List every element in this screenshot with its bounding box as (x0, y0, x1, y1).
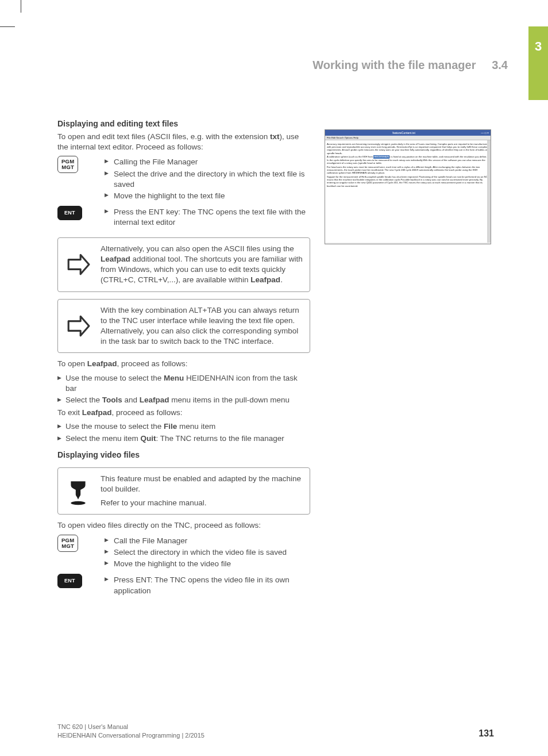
header-title: Working with the file manager (312, 59, 476, 71)
intro-text: To open and edit text files (ASCII files… (57, 132, 310, 152)
step-row-pgmmgt-video: PGMMGT Call the File Manager Select the … (57, 535, 310, 572)
svg-point-0 (71, 501, 85, 505)
note-box-alt-tab: With the key combination ALT+TAB you can… (57, 299, 310, 354)
note-text: This feature must be enabled and adapted… (101, 474, 303, 494)
note-text: Refer to your machine manual. (101, 498, 303, 508)
step-row-ent-video: ENT Press ENT: The TNC opens the video f… (57, 574, 310, 598)
note-text: With the key combination ALT+TAB you can… (101, 305, 303, 347)
chapter-tab: 3 (528, 26, 548, 100)
step: Select the directory in which the video … (105, 547, 310, 558)
ent-key: ENT (57, 574, 82, 588)
machine-tool-icon (66, 479, 90, 503)
footer-line-2: HEIDENHAIN Conversational Programming | … (57, 731, 204, 740)
step: Calling the File Manager (105, 157, 310, 167)
note-arrow-icon (66, 252, 90, 277)
note-arrow-icon (66, 314, 90, 338)
step-row-ent: ENT Press the ENT key: The TNC opens the… (57, 206, 310, 230)
crop-marks (0, 0, 28, 36)
note-box-leafpad-open: Alternatively, you can also open the ASC… (57, 237, 310, 292)
heading-displaying-video: Displaying video files (57, 450, 310, 460)
step: Select the drive and the directory in wh… (105, 169, 310, 190)
note-box-machine-builder: This feature must be enabled and adapted… (57, 467, 310, 515)
page-number: 131 (478, 727, 494, 740)
step: Use the mouse to select the Menu HEIDENH… (57, 373, 310, 394)
page-footer: TNC 620 | User's Manual HEIDENHAIN Conve… (57, 723, 494, 740)
step: Move the highlight to the text file (105, 191, 310, 201)
pgm-mgt-key: PGMMGT (57, 535, 78, 552)
header-section-number: 3.4 (492, 59, 508, 71)
step: Move the highlight to the video file (105, 559, 310, 569)
step: Use the mouse to select the File menu it… (57, 421, 310, 432)
step: Press the ENT key: The TNC opens the tex… (105, 207, 310, 228)
step: Select the menu item Quit: The TNC retur… (57, 433, 310, 444)
exit-leafpad-intro: To exit Leafpad, proceed as follows: (57, 408, 310, 418)
note-text: Alternatively, you can also open the ASC… (101, 244, 303, 286)
step: Select the Tools and Leafpad menu items … (57, 395, 310, 405)
pgm-mgt-key: PGMMGT (57, 156, 78, 173)
heading-displaying-text: Displaying and editing text files (57, 118, 310, 129)
open-leafpad-intro: To open Leafpad, proceed as follows: (57, 359, 310, 369)
page-header: Working with the file manager 3.4 (312, 57, 508, 73)
step: Call the File Manager (105, 536, 310, 546)
step-row-pgmmgt: PGMMGT Calling the File Manager Select t… (57, 156, 310, 204)
footer-line-1: TNC 620 | User's Manual (57, 723, 204, 731)
video-intro: To open video files directly on the TNC,… (57, 520, 310, 531)
ent-key: ENT (57, 206, 82, 220)
page-content: Displaying and editing text files To ope… (57, 115, 494, 601)
step: Press ENT: The TNC opens the video file … (105, 575, 310, 596)
